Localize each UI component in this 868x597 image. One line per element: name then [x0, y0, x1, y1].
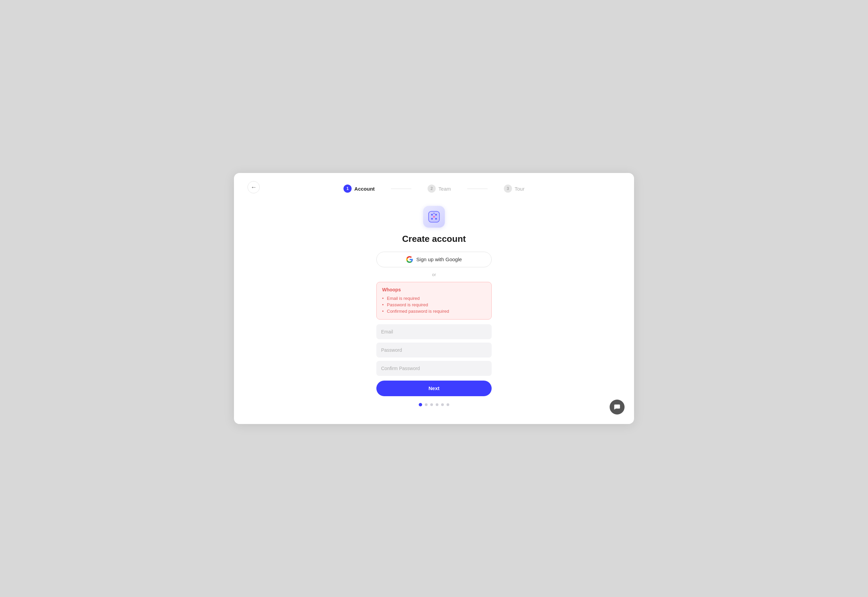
dot-1 [419, 403, 422, 406]
step-account-number: 1 [344, 184, 352, 193]
dot-5 [441, 403, 444, 406]
google-signup-button[interactable]: Sign up with Google [376, 252, 492, 267]
svg-point-2 [431, 214, 433, 215]
step-account-label: Account [354, 186, 375, 192]
password-field[interactable] [376, 343, 492, 358]
pagination-dots [419, 403, 449, 406]
email-field[interactable] [376, 324, 492, 339]
main-content: Create account Sign up with Google or Wh… [234, 195, 634, 424]
step-account: 1 Account [344, 184, 375, 193]
step-tour: 3 Tour [504, 184, 524, 193]
step-divider-2 [467, 189, 487, 189]
chat-icon [613, 403, 621, 411]
step-tour-label: Tour [515, 186, 524, 192]
dot-3 [430, 403, 433, 406]
svg-point-5 [435, 218, 437, 220]
error-box: Whoops Email is required Password is req… [376, 282, 492, 319]
back-button[interactable]: ← [247, 181, 260, 193]
dot-2 [425, 403, 428, 406]
error-title: Whoops [382, 287, 486, 293]
step-team-label: Team [438, 186, 451, 192]
error-list: Email is required Password is required C… [382, 295, 486, 315]
step-divider-1 [391, 189, 411, 189]
back-icon: ← [250, 184, 257, 191]
error-item-email: Email is required [382, 295, 486, 301]
error-item-password: Password is required [382, 301, 486, 308]
chat-button[interactable] [610, 399, 625, 414]
dot-6 [447, 403, 449, 406]
or-divider: or [432, 272, 436, 277]
app-icon-svg [428, 210, 440, 223]
step-team-number: 2 [428, 184, 436, 193]
svg-point-4 [431, 218, 433, 220]
svg-point-6 [433, 216, 435, 217]
google-signup-label: Sign up with Google [416, 257, 462, 262]
confirm-password-field[interactable] [376, 361, 492, 376]
step-team: 2 Team [428, 184, 451, 193]
error-item-confirm: Confirmed password is required [382, 308, 486, 315]
app-icon [423, 206, 445, 227]
step-tour-number: 3 [504, 184, 512, 193]
dot-4 [436, 403, 438, 406]
svg-rect-7 [433, 213, 435, 214]
google-icon [406, 256, 413, 263]
svg-point-3 [435, 214, 437, 215]
page-title: Create account [402, 234, 466, 244]
steps-nav: 1 Account 2 Team 3 Tour [344, 184, 524, 193]
main-window: ← 1 Account 2 Team 3 Tour [234, 173, 634, 424]
next-button[interactable]: Next [376, 380, 492, 396]
top-bar: ← 1 Account 2 Team 3 Tour [234, 173, 634, 195]
